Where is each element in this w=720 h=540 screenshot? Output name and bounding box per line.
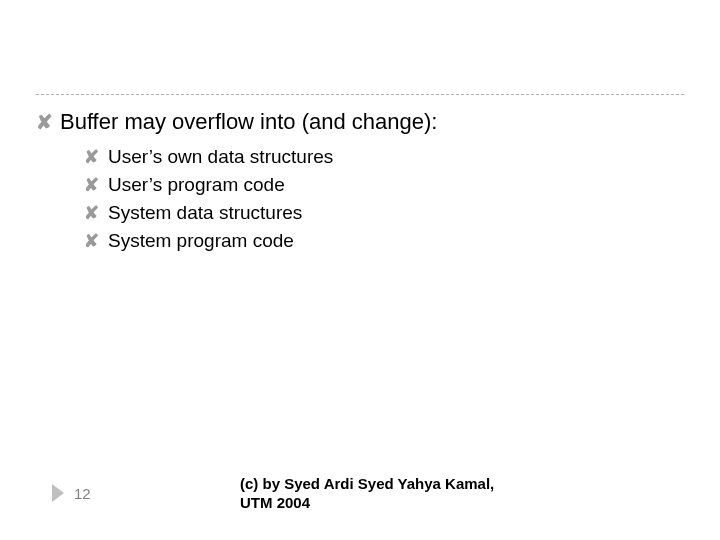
svg-marker-0 [52,484,64,502]
content-area: ✘ Buffer may overflow into (and change):… [36,108,684,256]
bullet-glyph-icon: ✘ [84,144,108,170]
bullet-level2: ✘ System program code [84,228,684,254]
bullet-level2: ✘ User’s program code [84,172,684,198]
bullet-level1: ✘ Buffer may overflow into (and change): [36,108,684,136]
sub-point-text: System data structures [108,200,302,226]
sub-point-text: User’s program code [108,172,285,198]
footer: 12 (c) by Syed Ardi Syed Yahya Kamal, UT… [0,474,720,514]
page-number: 12 [74,484,91,504]
slide: ✘ Buffer may overflow into (and change):… [0,0,720,540]
bullet-glyph-icon: ✘ [84,228,108,254]
bullet-level2: ✘ User’s own data structures [84,144,684,170]
copyright-text: (c) by Syed Ardi Syed Yahya Kamal, UTM 2… [240,474,530,512]
bullet-glyph-icon: ✘ [84,172,108,198]
bullet-glyph-icon: ✘ [84,200,108,226]
main-point-text: Buffer may overflow into (and change): [60,108,437,136]
sub-point-list: ✘ User’s own data structures ✘ User’s pr… [84,144,684,254]
sub-point-text: User’s own data structures [108,144,333,170]
page-marker-icon [52,484,66,502]
bullet-glyph-icon: ✘ [36,108,60,136]
sub-point-text: System program code [108,228,294,254]
bullet-level2: ✘ System data structures [84,200,684,226]
divider-line [36,94,684,95]
